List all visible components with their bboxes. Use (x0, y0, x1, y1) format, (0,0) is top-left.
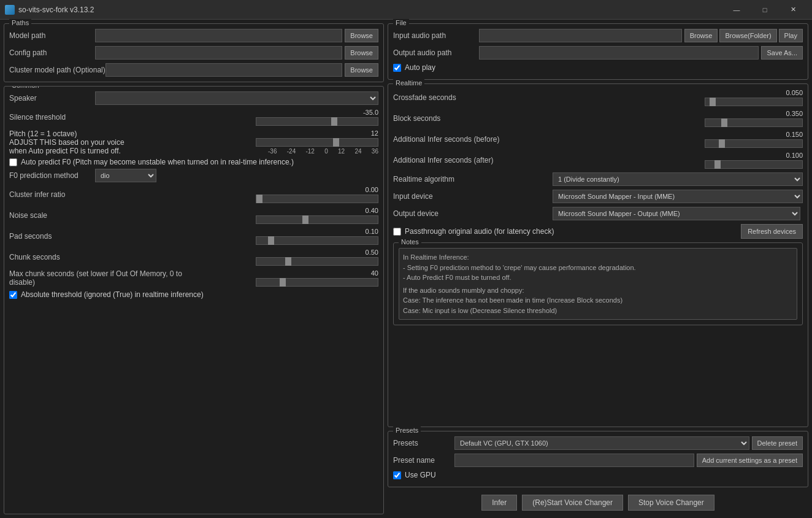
noise-scale-slider[interactable] (256, 215, 378, 224)
config-browse-button[interactable]: Browse (345, 46, 378, 60)
input-device-select[interactable]: Microsoft Sound Mapper - Input (MME) (553, 190, 803, 203)
noise-scale-label: Noise scale (9, 211, 95, 220)
model-browse-button[interactable]: Browse (345, 29, 378, 42)
output-audio-row: Output audio path Save As... (393, 46, 803, 60)
bottom-buttons: Infer (Re)Start Voice Changer Stop Voice… (388, 491, 808, 514)
minimize-button[interactable]: — (722, 0, 751, 20)
additional-after-slider[interactable] (705, 160, 803, 169)
cluster-ratio-slider[interactable] (256, 195, 378, 203)
pitch-line3: when Auto predict F0 is turned off. (9, 147, 194, 155)
crossfade-row: Crossfade seconds 0.050 (393, 89, 803, 106)
pitch-label-block: Pitch (12 = 1 octave) ADJUST THIS based … (9, 130, 194, 155)
file-group-title: File (393, 19, 409, 26)
model-path-input[interactable] (95, 29, 342, 42)
cluster-ratio-label: Cluster infer ratio (9, 190, 95, 199)
restart-voice-changer-button[interactable]: (Re)Start Voice Changer (522, 495, 623, 511)
use-gpu-checkbox[interactable] (393, 471, 401, 479)
delete-preset-button[interactable]: Delete preset (752, 436, 803, 450)
pitch-line1: Pitch (12 = 1 octave) (9, 130, 194, 138)
realtime-group: Realtime Crossfade seconds 0.050 Block s… (388, 83, 808, 427)
maximize-button[interactable]: □ (751, 0, 779, 20)
additional-before-value: 0.150 (786, 131, 803, 138)
max-chunk-value: 40 (371, 269, 378, 277)
input-browse-folder-button[interactable]: Browse(Folder) (719, 29, 776, 42)
config-path-label: Config path (9, 48, 95, 57)
pad-seconds-value: 0.10 (366, 228, 378, 235)
input-browse-button[interactable]: Browse (684, 29, 718, 42)
app-icon (5, 5, 15, 15)
block-slider[interactable] (705, 118, 803, 127)
refresh-devices-button[interactable]: Refresh devices (741, 224, 803, 239)
silence-slider-container: -35.0 (95, 109, 378, 126)
cluster-path-input[interactable] (105, 63, 343, 77)
additional-before-slider[interactable] (705, 139, 803, 148)
cluster-ratio-slider-container: 0.00 (95, 186, 378, 203)
cluster-ratio-value: 0.00 (366, 186, 378, 193)
main-content: Paths Model path Browse Config path Brow… (0, 20, 812, 518)
input-play-button[interactable]: Play (779, 29, 803, 42)
presets-group-title: Presets (393, 427, 421, 434)
silence-slider[interactable] (256, 117, 378, 126)
max-chunk-slider[interactable] (256, 278, 378, 287)
file-group: File Input audio path Browse Browse(Fold… (388, 23, 808, 80)
auto-predict-checkbox[interactable] (9, 158, 17, 166)
pad-seconds-slider-container: 0.10 (95, 228, 378, 245)
input-audio-buttons: Browse Browse(Folder) Play (684, 29, 803, 42)
infer-button[interactable]: Infer (481, 495, 517, 511)
block-label: Block seconds (393, 114, 553, 123)
output-device-select[interactable]: Microsoft Sound Mapper - Output (MME) (553, 207, 800, 220)
preset-name-input[interactable] (454, 454, 694, 467)
chunk-seconds-slider-container: 0.50 (95, 249, 378, 266)
chunk-seconds-label: Chunk seconds (9, 253, 95, 261)
auto-play-row: Auto play (393, 63, 803, 72)
auto-predict-row: Auto predict F0 (Pitch may become unstab… (9, 158, 378, 166)
titlebar: so-vits-svc-fork v3.13.2 — □ ✕ (0, 0, 812, 20)
speaker-select[interactable] (95, 91, 378, 105)
cluster-path-row: Cluster model path (Optional) Browse (9, 63, 378, 77)
pitch-line2: ADJUST THIS based on your voice (9, 138, 194, 147)
input-audio-input[interactable] (479, 29, 682, 42)
output-audio-label: Output audio path (393, 48, 479, 57)
crossfade-slider[interactable] (705, 98, 803, 106)
auto-play-checkbox[interactable] (393, 64, 401, 72)
realtime-group-title: Realtime (393, 79, 424, 87)
output-audio-input[interactable] (479, 46, 759, 60)
algorithm-select[interactable]: 1 (Divide constantly) 2 (Divide by zero … (553, 172, 803, 186)
passthrough-checkbox[interactable] (393, 228, 401, 236)
absolute-threshold-checkbox[interactable] (9, 291, 17, 299)
additional-after-value: 0.100 (786, 152, 803, 159)
auto-predict-label: Auto predict F0 (Pitch may become unstab… (21, 158, 294, 166)
add-preset-button[interactable]: Add current settings as a preset (697, 454, 803, 467)
additional-before-label: Additional Infer seconds (before) (393, 135, 553, 144)
cluster-browse-button[interactable]: Browse (345, 63, 378, 77)
titlebar-title: so-vits-svc-fork v3.13.2 (18, 6, 722, 14)
speaker-label: Speaker (9, 94, 95, 102)
f0-select[interactable]: dio crepe harvest pm (95, 169, 156, 182)
config-path-input[interactable] (95, 46, 342, 60)
pitch-row: Pitch (12 = 1 octave) ADJUST THIS based … (9, 130, 378, 155)
output-device-row: Output device Microsoft Sound Mapper - O… (393, 207, 803, 220)
presets-select[interactable]: Default VC (GPU, GTX 1060) Default VC (C… (454, 436, 749, 450)
pitch-value: 12 (371, 130, 378, 137)
model-path-row: Model path Browse (9, 29, 378, 42)
pad-seconds-slider[interactable] (256, 236, 378, 245)
chunk-seconds-value: 0.50 (366, 249, 378, 256)
chunk-seconds-slider[interactable] (256, 257, 378, 266)
crossfade-value: 0.050 (786, 89, 803, 96)
use-gpu-label: Use GPU (405, 471, 436, 479)
save-as-button[interactable]: Save As... (761, 46, 803, 60)
passthrough-container: Passthrough original audio (for latency … (393, 227, 554, 236)
close-button[interactable]: ✕ (779, 0, 807, 20)
block-row: Block seconds 0.350 (393, 110, 803, 127)
passthrough-label: Passthrough original audio (for latency … (405, 227, 554, 236)
notes-line5: Case: The inference has not been made in… (403, 295, 793, 306)
crossfade-label: Crossfade seconds (393, 93, 553, 102)
max-chunk-row: Max chunk seconds (set lower if Out Of M… (9, 269, 378, 287)
output-device-label: Output device (393, 209, 553, 218)
pitch-slider-wrapper: 12 -36 -24 -12 0 12 24 36 (194, 130, 378, 155)
stop-voice-changer-button[interactable]: Stop Voice Changer (628, 495, 714, 511)
additional-after-row: Additional Infer seconds (after) 0.100 (393, 152, 803, 169)
pitch-slider[interactable] (256, 138, 378, 147)
chunk-seconds-row: Chunk seconds 0.50 (9, 249, 378, 266)
max-chunk-label: Max chunk seconds (set lower if Out Of M… (9, 269, 194, 287)
